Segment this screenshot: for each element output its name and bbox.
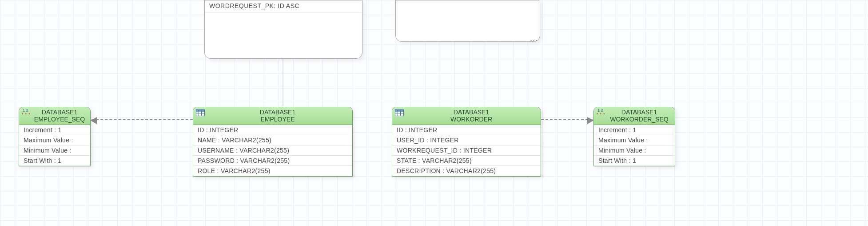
entity-schema: DATABASE1 [206, 109, 350, 116]
index-box-wordrequest-pk[interactable]: WORDREQUEST_PK: ID ASC [204, 0, 362, 59]
table-icon [196, 109, 205, 116]
connector-line [283, 59, 283, 106]
entity-name: EMPLOYEE_SEQ [32, 116, 88, 123]
column: ID : INTEGER [193, 125, 352, 135]
column: WORKREQUEST_ID : INTEGER [392, 145, 541, 156]
entity-name: EMPLOYEE [206, 116, 350, 123]
column: ROLE : VARCHAR2(255) [193, 166, 352, 176]
empty-box[interactable]: ... [395, 0, 540, 42]
sequence-icon: 1 2• • • [597, 109, 605, 115]
arrow-head-icon [587, 117, 593, 124]
table-workorder[interactable]: DATABASE1 WORKORDER ID : INTEGER USER_ID… [392, 107, 541, 177]
seq-prop: Increment : 1 [19, 125, 90, 135]
column: ID : INTEGER [392, 125, 541, 135]
ellipsis-icon[interactable]: ... [530, 34, 538, 43]
table-employee[interactable]: DATABASE1 EMPLOYEE ID : INTEGER NAME : V… [193, 107, 353, 177]
column: USERNAME : VARCHAR2(255) [193, 145, 352, 156]
entity-schema: DATABASE1 [32, 109, 88, 116]
entity-name: WORKORDER_SEQ [606, 116, 672, 123]
entity-body: ID : INTEGER NAME : VARCHAR2(255) USERNA… [193, 125, 352, 176]
entity-header: 1 2• • • DATABASE1 WORKORDER_SEQ [594, 107, 675, 125]
sequence-icon: 1 2• • • [22, 109, 30, 115]
sequence-employee-seq[interactable]: 1 2• • • DATABASE1 EMPLOYEE_SEQ Incremen… [19, 107, 91, 166]
seq-prop: Maximum Value : [594, 135, 675, 145]
arrow-head-icon [91, 117, 97, 124]
entity-header: DATABASE1 WORKORDER [392, 107, 541, 125]
entity-body: Increment : 1 Maximum Value : Minimum Va… [594, 125, 675, 166]
diagram-canvas[interactable]: WORDREQUEST_PK: ID ASC ... 1 2• • • DATA… [0, 0, 868, 226]
index-row: WORDREQUEST_PK: ID ASC [205, 0, 362, 12]
seq-prop: Maximum Value : [19, 135, 90, 145]
table-icon [395, 109, 404, 116]
seq-prop: Start With : 1 [594, 156, 675, 166]
entity-name: WORKORDER [405, 116, 538, 123]
relation-workorder-to-seq [541, 119, 593, 120]
sequence-workorder-seq[interactable]: 1 2• • • DATABASE1 WORKORDER_SEQ Increme… [593, 107, 675, 166]
seq-prop: Start With : 1 [19, 156, 90, 166]
entity-header: 1 2• • • DATABASE1 EMPLOYEE_SEQ [19, 107, 90, 125]
seq-prop: Minimum Value : [594, 145, 675, 156]
entity-body: Increment : 1 Maximum Value : Minimum Va… [19, 125, 90, 166]
entity-schema: DATABASE1 [606, 109, 672, 116]
column: DESCRIPTION : VARCHAR2(255) [392, 166, 541, 176]
column: NAME : VARCHAR2(255) [193, 135, 352, 145]
seq-prop: Minimum Value : [19, 145, 90, 156]
entity-header: DATABASE1 EMPLOYEE [193, 107, 352, 125]
column: PASSWORD : VARCHAR2(255) [193, 156, 352, 166]
seq-prop: Increment : 1 [594, 125, 675, 135]
column: USER_ID : INTEGER [392, 135, 541, 145]
entity-schema: DATABASE1 [405, 109, 538, 116]
column: STATE : VARCHAR2(255) [392, 156, 541, 166]
entity-body: ID : INTEGER USER_ID : INTEGER WORKREQUE… [392, 125, 541, 176]
relation-employee-to-seq [92, 119, 193, 120]
